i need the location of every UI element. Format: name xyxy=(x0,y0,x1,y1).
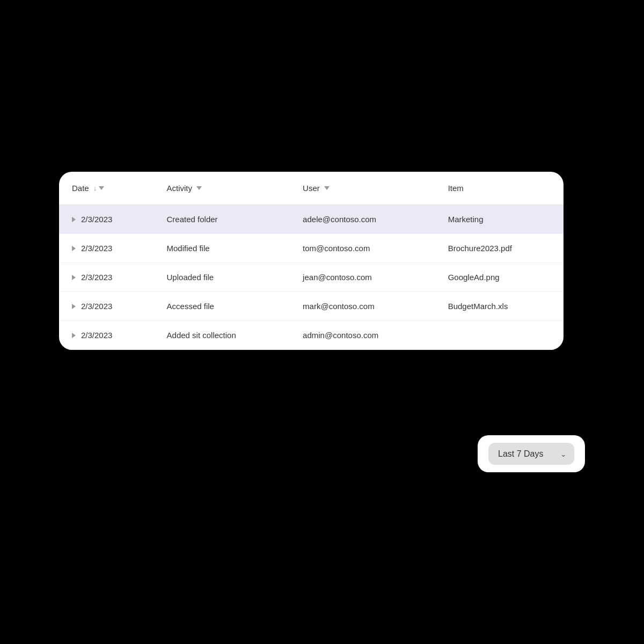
table-row[interactable]: 2/3/2023Modified filetom@contoso.comBroc… xyxy=(59,234,564,263)
time-range-select[interactable]: Last 7 DaysLast 30 DaysLast 90 DaysLast … xyxy=(488,443,574,465)
table-header-row: Date ↓ Activity xyxy=(59,172,564,205)
cell-user: adele@contoso.com xyxy=(290,205,435,234)
cell-activity: Accessed file xyxy=(154,292,290,321)
sort-icon[interactable]: ↓ xyxy=(93,184,105,192)
col-date: Date ↓ xyxy=(59,172,154,205)
activity-table: Date ↓ Activity xyxy=(59,172,564,350)
date-value: 2/3/2023 xyxy=(81,331,112,340)
activity-filter-icon[interactable] xyxy=(196,186,202,190)
date-filter-icon[interactable] xyxy=(99,186,104,190)
sort-down-arrow: ↓ xyxy=(93,184,97,192)
cell-user: tom@contoso.com xyxy=(290,234,435,263)
col-activity: Activity xyxy=(154,172,290,205)
cell-activity: Uploaded file xyxy=(154,263,290,292)
date-value: 2/3/2023 xyxy=(81,215,112,224)
cell-date: 2/3/2023 xyxy=(59,292,154,321)
main-card: Date ↓ Activity xyxy=(59,172,564,350)
dropdown-card: Last 7 DaysLast 30 DaysLast 90 DaysLast … xyxy=(478,435,585,472)
cell-user: admin@contoso.com xyxy=(290,321,435,350)
date-value: 2/3/2023 xyxy=(81,244,112,253)
row-expand-arrow[interactable] xyxy=(72,304,76,309)
col-item: Item xyxy=(435,172,564,205)
table-row[interactable]: 2/3/2023Added sit collectionadmin@contos… xyxy=(59,321,564,350)
cell-activity: Added sit collection xyxy=(154,321,290,350)
cell-date: 2/3/2023 xyxy=(59,205,154,234)
col-user-label: User xyxy=(303,184,320,193)
row-expand-arrow[interactable] xyxy=(72,217,76,222)
cell-date: 2/3/2023 xyxy=(59,263,154,292)
col-user: User xyxy=(290,172,435,205)
cell-item: Brochure2023.pdf xyxy=(435,234,564,263)
cell-item: GoogleAd.png xyxy=(435,263,564,292)
col-activity-label: Activity xyxy=(167,184,193,193)
date-value: 2/3/2023 xyxy=(81,273,112,282)
scene: Date ↓ Activity xyxy=(59,172,585,472)
cell-activity: Created folder xyxy=(154,205,290,234)
cell-item: BudgetMarch.xls xyxy=(435,292,564,321)
cell-item xyxy=(435,321,564,350)
col-item-label: Item xyxy=(448,184,464,193)
cell-date: 2/3/2023 xyxy=(59,321,154,350)
cell-item: Marketing xyxy=(435,205,564,234)
dropdown-wrapper: Last 7 DaysLast 30 DaysLast 90 DaysLast … xyxy=(488,443,574,465)
row-expand-arrow[interactable] xyxy=(72,246,76,251)
cell-activity: Modified file xyxy=(154,234,290,263)
cell-user: jean@contoso.com xyxy=(290,263,435,292)
user-filter-icon[interactable] xyxy=(324,186,330,190)
col-date-label: Date xyxy=(72,184,89,193)
table-row[interactable]: 2/3/2023Created folderadele@contoso.comM… xyxy=(59,205,564,234)
row-expand-arrow[interactable] xyxy=(72,275,76,280)
table-row[interactable]: 2/3/2023Uploaded filejean@contoso.comGoo… xyxy=(59,263,564,292)
row-expand-arrow[interactable] xyxy=(72,333,76,338)
cell-date: 2/3/2023 xyxy=(59,234,154,263)
cell-user: mark@contoso.com xyxy=(290,292,435,321)
table-row[interactable]: 2/3/2023Accessed filemark@contoso.comBud… xyxy=(59,292,564,321)
date-value: 2/3/2023 xyxy=(81,302,112,311)
